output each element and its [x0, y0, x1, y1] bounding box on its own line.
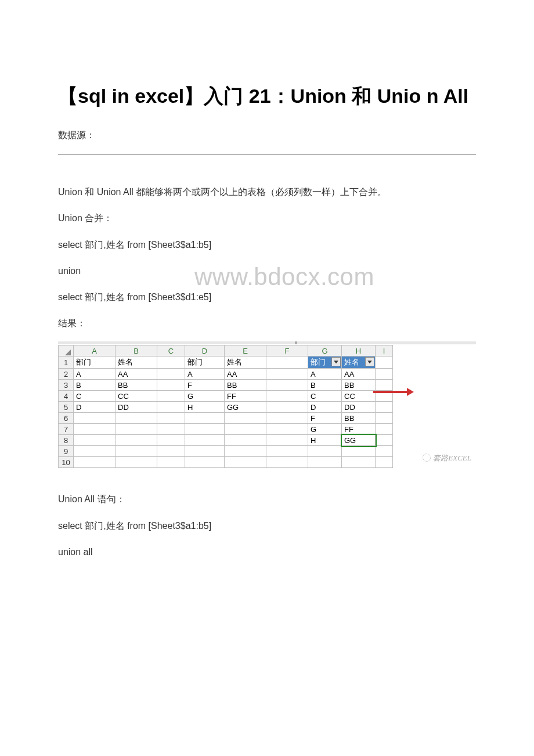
cell	[225, 413, 266, 424]
paragraph-result-label: 结果：	[58, 315, 476, 331]
cell	[376, 357, 393, 369]
cell: AA	[225, 369, 266, 380]
spreadsheet-image: A B C D E F G H I 1 部门 姓名 部门 姓名 部门 姓名 2 …	[58, 341, 476, 468]
logo-icon	[423, 453, 431, 462]
cell	[157, 413, 185, 424]
cell	[376, 457, 393, 468]
cell: AA	[116, 369, 157, 380]
cell: D	[308, 402, 342, 413]
cell	[266, 424, 308, 435]
cell: BB	[342, 413, 376, 424]
row-header: 8	[59, 435, 74, 446]
cell: BB	[225, 380, 266, 391]
col-header: D	[185, 345, 225, 357]
cell	[225, 457, 266, 468]
cell	[266, 391, 308, 402]
cell: CC	[342, 391, 376, 402]
cell	[376, 380, 393, 391]
filter-dropdown-icon[interactable]	[365, 357, 374, 366]
cell	[225, 435, 266, 446]
cell	[185, 446, 225, 457]
cell	[116, 446, 157, 457]
row-header: 1	[59, 357, 74, 369]
cell	[266, 402, 308, 413]
col-header: E	[225, 345, 266, 357]
arrow-annotation	[373, 391, 408, 393]
cell	[74, 413, 116, 424]
cell	[74, 435, 116, 446]
cell: B	[308, 380, 342, 391]
cell	[376, 424, 393, 435]
cell	[342, 446, 376, 457]
spreadsheet-table: A B C D E F G H I 1 部门 姓名 部门 姓名 部门 姓名 2 …	[58, 345, 393, 468]
cell	[376, 446, 393, 457]
col-header: A	[74, 345, 116, 357]
row-header: 5	[59, 402, 74, 413]
row-header: 7	[59, 424, 74, 435]
cell: 部门	[185, 357, 225, 369]
cell	[308, 457, 342, 468]
cell: 姓名	[225, 357, 266, 369]
paragraph-unionall-label: Union All 语句：	[58, 491, 476, 507]
paragraph-sql-2: select 部门,姓名 from [Sheet3$d1:e5]	[58, 289, 476, 305]
cell	[157, 357, 185, 369]
watermark-logo: 套路EXCEL	[423, 452, 471, 463]
cell	[74, 446, 116, 457]
cell: C	[308, 391, 342, 402]
cell: 部门	[74, 357, 116, 369]
cell: B	[74, 380, 116, 391]
cell: AA	[342, 369, 376, 380]
cell: BB	[342, 380, 376, 391]
cell	[225, 446, 266, 457]
cell: FF	[342, 424, 376, 435]
cell	[266, 380, 308, 391]
cell	[116, 413, 157, 424]
paragraph-sql-union: union	[58, 263, 476, 279]
cell: F	[308, 413, 342, 424]
paragraph-datasource: 数据源：	[58, 127, 476, 143]
paragraph-sql-unionall: union all	[58, 544, 476, 560]
cell-selected: GG	[342, 435, 376, 446]
cell	[376, 413, 393, 424]
cell	[157, 446, 185, 457]
cell: A	[74, 369, 116, 380]
cell: BB	[116, 380, 157, 391]
page-title: 【sql in excel】入门 21：Union 和 Unio n All	[58, 81, 476, 111]
cell	[157, 391, 185, 402]
cell: FF	[225, 391, 266, 402]
cell: GG	[225, 402, 266, 413]
row-header: 4	[59, 391, 74, 402]
filter-header-cell[interactable]: 部门	[308, 357, 342, 369]
cell	[376, 369, 393, 380]
col-header: I	[376, 345, 393, 357]
cell	[266, 457, 308, 468]
cell	[157, 380, 185, 391]
cell	[185, 424, 225, 435]
cell	[74, 457, 116, 468]
cell	[116, 435, 157, 446]
cell: CC	[116, 391, 157, 402]
cell: DD	[116, 402, 157, 413]
cell	[266, 369, 308, 380]
cell	[266, 435, 308, 446]
filter-header-cell[interactable]: 姓名	[342, 357, 376, 369]
row-header: 6	[59, 413, 74, 424]
cell	[74, 424, 116, 435]
cell	[157, 457, 185, 468]
filter-dropdown-icon[interactable]	[331, 357, 341, 366]
cell	[157, 402, 185, 413]
paragraph-intro: Union 和 Union All 都能够将两个或两个以上的表格（必须列数一样）…	[58, 184, 476, 200]
row-header: 10	[59, 457, 74, 468]
cell	[157, 424, 185, 435]
cell	[266, 446, 308, 457]
cell	[266, 413, 308, 424]
cell: G	[308, 424, 342, 435]
cell: H	[185, 402, 225, 413]
cell	[376, 435, 393, 446]
row-header: 9	[59, 446, 74, 457]
cell: G	[185, 391, 225, 402]
col-header: C	[157, 345, 185, 357]
cell: D	[74, 402, 116, 413]
cell: A	[308, 369, 342, 380]
cell	[185, 413, 225, 424]
